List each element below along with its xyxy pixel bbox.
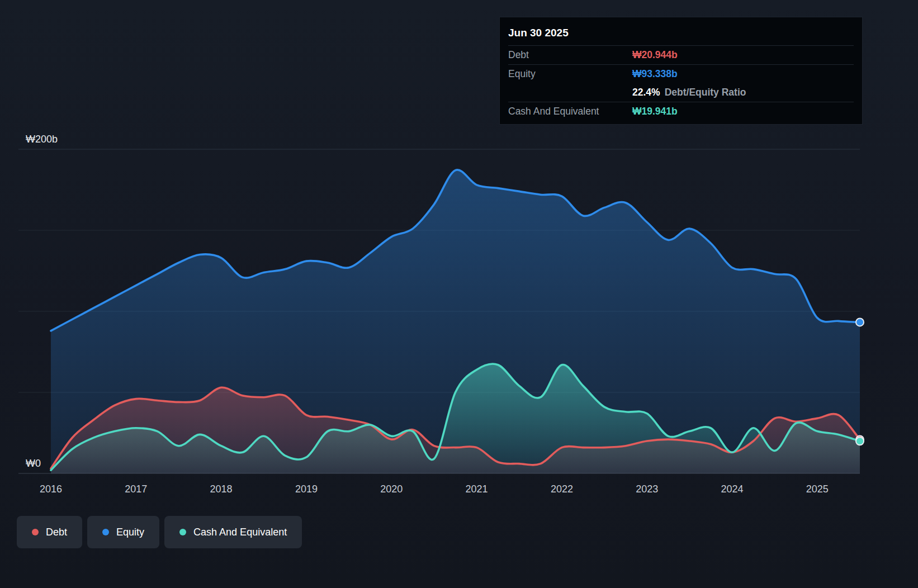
x-tick-2021: 2021 xyxy=(466,483,488,495)
legend-equity-label: Equity xyxy=(116,527,144,538)
equity-legend-dot-icon xyxy=(102,529,109,535)
chart-plot-area[interactable] xyxy=(18,149,860,473)
tooltip-row-debt: Debt ₩20.944b xyxy=(508,45,854,64)
x-tick-2019: 2019 xyxy=(295,483,318,495)
tooltip-equity-label: Equity xyxy=(508,68,632,80)
tooltip-ratio-value: 22.4% xyxy=(632,87,660,98)
tooltip-date: Jun 30 2025 xyxy=(500,20,862,45)
debt-equity-history-chart: 2016201720182019202020212022202320242025… xyxy=(0,0,918,588)
x-tick-2017: 2017 xyxy=(125,483,147,495)
tooltip-ratio-label: Debt/Equity Ratio xyxy=(665,87,746,98)
tooltip-debt-value: ₩20.944b xyxy=(632,49,678,61)
tooltip-row-equity: Equity ₩93.338b xyxy=(508,64,854,83)
y-tick-200: ₩200b xyxy=(26,134,58,145)
x-tick-2016: 2016 xyxy=(40,483,62,495)
x-tick-2025: 2025 xyxy=(806,483,829,495)
legend-item-debt[interactable]: Debt xyxy=(17,516,82,548)
x-tick-2018: 2018 xyxy=(210,483,233,495)
legend-cash-label: Cash And Equivalent xyxy=(193,527,287,538)
cash-legend-dot-icon xyxy=(179,529,186,535)
legend-item-equity[interactable]: Equity xyxy=(87,516,159,548)
legend-debt-label: Debt xyxy=(46,527,67,538)
x-tick-2023: 2023 xyxy=(636,483,658,495)
tooltip-cash-label: Cash And Equivalent xyxy=(508,106,632,117)
tooltip-cash-value: ₩19.941b xyxy=(632,106,678,117)
tooltip-row-cash: Cash And Equivalent ₩19.941b xyxy=(508,102,854,121)
x-tick-2020: 2020 xyxy=(380,483,403,495)
tooltip-row-ratio: 22.4% Debt/Equity Ratio xyxy=(508,83,854,102)
tooltip-equity-value: ₩93.338b xyxy=(632,68,678,80)
x-tick-2022: 2022 xyxy=(551,483,573,495)
debt-legend-dot-icon xyxy=(32,529,39,535)
x-tick-2024: 2024 xyxy=(721,483,743,495)
tooltip-debt-label: Debt xyxy=(508,49,632,61)
legend-item-cash[interactable]: Cash And Equivalent xyxy=(164,516,302,548)
legend: Debt Equity Cash And Equivalent xyxy=(17,516,302,548)
tooltip-panel: Jun 30 2025 Debt ₩20.944b Equity ₩93.338… xyxy=(499,17,863,125)
